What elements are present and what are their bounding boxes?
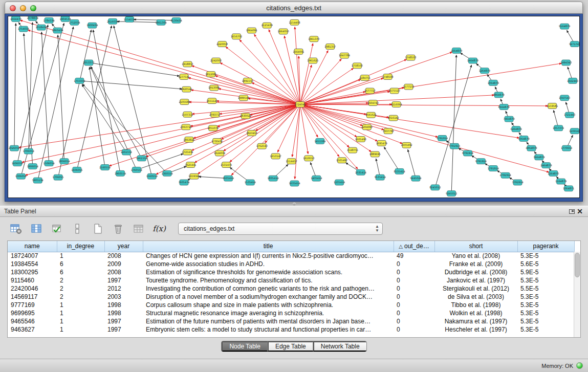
graph-edge[interactable] — [220, 63, 300, 104]
graph-node[interactable]: 1664470 — [10, 16, 21, 21]
graph-node[interactable]: 1706054 — [23, 148, 34, 154]
graph-node[interactable]: 1264879 — [479, 68, 490, 74]
graph-node[interactable]: 5064879 — [518, 136, 529, 142]
graph-node[interactable]: 1981357 — [324, 44, 336, 50]
graph-node[interactable]: 2018434 — [36, 25, 47, 30]
table-cell[interactable]: 18724007 — [8, 252, 57, 260]
delete-table-button[interactable] — [111, 221, 126, 236]
table-cell[interactable]: Stergiakouli et al. (2012) — [434, 285, 517, 293]
graph-node[interactable]: 9271741 — [569, 41, 579, 47]
graph-node[interactable]: 3791914 — [512, 180, 523, 185]
graph-node[interactable]: 1748508 — [382, 74, 394, 80]
graph-node[interactable]: 1891553 — [242, 78, 253, 83]
graph-node[interactable]: 1514457 — [286, 159, 297, 164]
graph-node[interactable]: 1724045 — [294, 102, 306, 107]
network-graph[interactable]: 1724045191885312775411920542210568415073… — [8, 16, 579, 198]
column-visibility-button[interactable] — [29, 221, 44, 236]
graph-node[interactable]: 2791914 — [500, 172, 511, 178]
import-table-button[interactable] — [49, 221, 64, 236]
graph-node[interactable]: 1755034 — [74, 78, 85, 83]
graph-edge[interactable] — [19, 104, 300, 147]
table-cell[interactable]: 6 — [57, 260, 104, 268]
graph-node[interactable]: 1651127 — [206, 98, 217, 104]
graph-node[interactable]: 2204093 — [361, 124, 373, 130]
graph-edge[interactable] — [435, 65, 471, 187]
tab-node-table[interactable]: Node Table — [222, 341, 268, 352]
graph-edge[interactable] — [300, 65, 311, 104]
table-cell[interactable]: Hescheler et al. (1997) — [434, 325, 517, 334]
table-cell[interactable]: 5.3E-5 — [517, 276, 574, 285]
table-cell[interactable]: Franke et al. (2009) — [434, 260, 517, 268]
window-titlebar[interactable]: citations_edges.txt — [5, 2, 583, 14]
graph-edge[interactable] — [295, 104, 300, 179]
graph-node[interactable]: 1762543 — [256, 143, 268, 149]
table-cell[interactable]: 9115460 — [8, 276, 57, 285]
column-header-short[interactable]: short — [434, 241, 517, 252]
table-cell[interactable]: 0 — [394, 276, 434, 285]
graph-node[interactable]: 2160554 — [99, 165, 111, 170]
table-row[interactable]: 946554611997Estimation of the future num… — [8, 317, 574, 325]
table-cell[interactable]: 1 — [57, 301, 104, 309]
graph-node[interactable]: 1961625 — [307, 58, 318, 63]
table-cell[interactable]: Corpus callosum shape and size in male p… — [143, 301, 394, 309]
table-cell[interactable]: Wolkin et al. (1998) — [434, 309, 517, 317]
graph-node[interactable]: 1830022 — [240, 113, 251, 119]
graph-node[interactable]: 1664879 — [451, 48, 462, 53]
graph-edge[interactable] — [79, 81, 182, 89]
graph-node[interactable]: 2078834 — [27, 16, 38, 20]
graph-node[interactable]: 1575510 — [389, 88, 400, 94]
graph-node[interactable]: 6791914 — [437, 136, 448, 141]
graph-node[interactable]: 1642443 — [567, 78, 578, 83]
graph-node[interactable]: 1752034 — [69, 19, 80, 25]
graph-node[interactable]: 1506054 — [43, 161, 55, 166]
table-cell[interactable]: Genome-wide association studies in ADHD. — [143, 260, 394, 268]
table-cell[interactable]: 1 — [57, 325, 104, 334]
graph-node[interactable]: 1754034 — [18, 26, 29, 32]
close-panel-button[interactable]: ✕ — [576, 207, 584, 215]
graph-node[interactable]: 8245012 — [429, 185, 441, 190]
graph-node[interactable]: 9535414 — [375, 174, 386, 180]
graph-node[interactable]: 1494343 — [560, 60, 572, 65]
graph-edge[interactable] — [117, 21, 161, 23]
table-cell[interactable]: 0 — [394, 317, 434, 325]
graph-node[interactable]: 3664879 — [533, 155, 545, 160]
graph-node[interactable]: 1863821 — [183, 137, 194, 143]
graph-node[interactable]: 1605493 — [355, 137, 366, 142]
table-cell[interactable]: Jankovic et al. (1997) — [434, 276, 517, 285]
graph-node[interactable]: 1721443 — [564, 112, 575, 118]
table-cell[interactable]: 1 — [57, 309, 104, 317]
graph-node[interactable]: 1435414 — [311, 176, 322, 181]
graph-node[interactable]: 1106543 — [569, 128, 579, 134]
graph-node[interactable]: 1554034 — [124, 16, 135, 22]
column-header-out-degree[interactable]: △out_de… — [394, 241, 434, 252]
graph-node[interactable]: 1770654 — [561, 145, 572, 151]
table-cell[interactable]: 9699695 — [8, 309, 57, 317]
graph-node[interactable]: 1930434 — [86, 23, 98, 28]
table-cell[interactable]: Investigating the contribution of common… — [143, 285, 394, 293]
graph-node[interactable]: 1531474 — [221, 162, 232, 168]
table-cell[interactable]: 9465546 — [8, 317, 57, 325]
graph-node[interactable]: 1604743 — [367, 100, 379, 106]
column-header-name[interactable]: name — [8, 241, 57, 252]
graph-node[interactable]: 9791914 — [475, 159, 487, 164]
table-cell[interactable]: Disruption of a novel member of a sodium… — [143, 293, 394, 301]
column-header-pagerank[interactable]: pagerank — [517, 241, 574, 252]
network-canvas[interactable]: 1724045191885312775411920542210568415073… — [8, 16, 580, 198]
table-cell[interactable]: 0 — [394, 309, 434, 317]
table-row[interactable]: 1456911722003Disruption of a novel membe… — [8, 293, 574, 301]
table-cell[interactable]: 5.3E-5 — [517, 252, 574, 260]
graph-node[interactable]: 7791914 — [449, 143, 460, 149]
graph-node[interactable]: 1560554 — [146, 173, 158, 179]
table-selector-dropdown[interactable]: citations_edges.txt ▲▼ — [178, 223, 383, 235]
graph-node[interactable]: 2063713 — [180, 124, 191, 130]
table-cell[interactable]: 2 — [57, 285, 104, 293]
table-cell[interactable]: de Silva et al. (2003) — [434, 293, 517, 301]
graph-edge[interactable] — [82, 84, 167, 173]
graph-node[interactable]: 2184755 — [359, 75, 371, 81]
table-row[interactable]: 1938455462009Genome-wide association stu… — [8, 260, 574, 268]
table-cell[interactable]: 5.3E-5 — [517, 293, 574, 301]
table-cell[interactable]: Tourette syndrome. Phenomenology and cla… — [143, 276, 394, 285]
table-row[interactable]: 1830029562008Estimation of significance … — [8, 268, 574, 276]
graph-edge[interactable] — [58, 35, 64, 161]
graph-edge[interactable] — [114, 26, 151, 176]
